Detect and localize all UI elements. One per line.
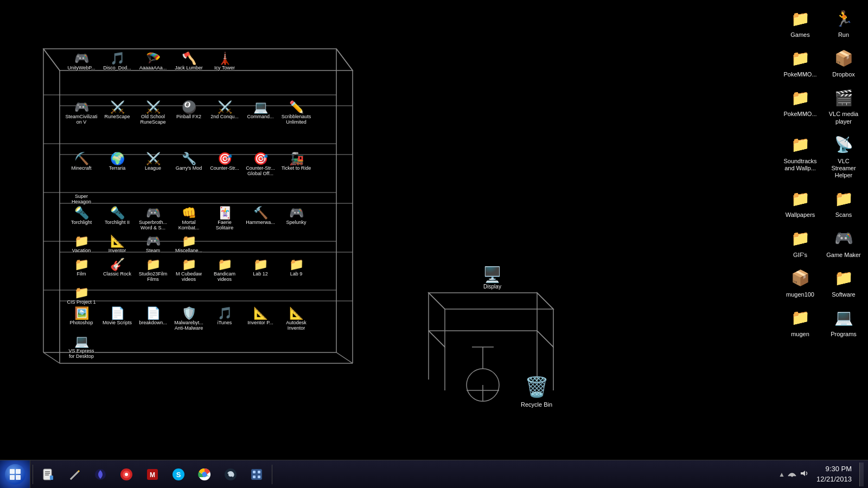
- tray-arrow[interactable]: ▲: [778, 471, 785, 478]
- bookshelf: 🎮 UnityWebP... 🎵 Disco_Dod... 🪂 AaaaaAAa…: [11, 16, 369, 385]
- shelf-icon-bandicam[interactable]: 📁 Bandicam videos: [208, 258, 241, 282]
- tray-network[interactable]: [787, 468, 797, 480]
- desktop-icon-games[interactable]: 📁 Games: [781, 5, 819, 40]
- shelf-icon-autodesk[interactable]: 📐 Autodesk Inventor: [280, 306, 312, 331]
- taskbar-chrome[interactable]: [193, 463, 216, 486]
- soundtracks-icon: 📁: [788, 133, 812, 157]
- shelf-icon-terraria[interactable]: 🌍 Terraria: [101, 152, 133, 177]
- show-desktop-button[interactable]: [859, 463, 864, 486]
- shelf-icon-steam-civ[interactable]: 🎮 SteamCivilization V: [65, 100, 98, 125]
- taskbar-pen[interactable]: [62, 463, 86, 486]
- shelf-icon-steam2[interactable]: 🎮 Steam: [137, 234, 169, 254]
- shelf-icon-superhex[interactable]: ⬡ Super Hexagon: [65, 180, 98, 205]
- shelf-icon-unityweb[interactable]: 🎮 UnityWebP...: [65, 52, 98, 71]
- tray-volume[interactable]: [799, 468, 809, 480]
- shelf-icon-classicrock[interactable]: 🎸 Classic Rock: [101, 258, 133, 282]
- start-orb: [5, 464, 25, 485]
- dropbox-icon: 📦: [832, 46, 856, 70]
- desktop-icon-vlcstreamer[interactable]: 📡 VLC Streamer Helper: [825, 132, 863, 181]
- shelf-icon-inventor2[interactable]: 📐 Inventor P...: [244, 306, 277, 331]
- desk-display-icon[interactable]: 🖥️ Display: [483, 266, 502, 290]
- shelf-icon-spelunky[interactable]: 🎮 Spelunky: [280, 206, 312, 231]
- desktop-icon-scans[interactable]: 📁 Scans: [825, 185, 863, 220]
- shelf-icon-league[interactable]: ⚔️ League: [137, 152, 169, 177]
- shelf-icon-itunes[interactable]: 🎵 iTunes: [208, 306, 241, 331]
- taskbar-skype[interactable]: S: [167, 463, 190, 486]
- shelf-icon-misc[interactable]: 📁 Miscellane...: [173, 234, 205, 254]
- taskbar-notepad[interactable]: [36, 463, 60, 486]
- shelf-icon-faerie[interactable]: 🃏 Faerie Solitaire: [208, 206, 241, 231]
- shelf-icon-torch2[interactable]: 🔦 Torchlight II: [101, 206, 133, 231]
- desktop-icon-mugen100[interactable]: 📦 mugen100: [781, 265, 819, 299]
- taskbar-corel[interactable]: [88, 463, 112, 486]
- shelf-icon-superbro[interactable]: 🎮 Superbroth... Word & S...: [137, 206, 169, 231]
- shelf-icon-breakdown[interactable]: 📄 breakdown...: [137, 306, 169, 331]
- shelf-icon-mk[interactable]: 👊 Mortal Kombat...: [173, 206, 205, 231]
- pokemmo2-icon: 📁: [788, 86, 812, 110]
- desktop-icon-run[interactable]: 🏃 Run: [825, 5, 863, 40]
- shelf-icon-photoshop[interactable]: 🖼️ Photoshop: [65, 306, 98, 331]
- svg-text:S: S: [176, 471, 181, 479]
- shelf-icon-torch1[interactable]: 🔦 Torchlight: [65, 206, 98, 231]
- shelf-icon-icy[interactable]: 🗼 Icy Tower: [208, 52, 241, 71]
- desktop-icon-mugen[interactable]: 📁 mugen: [781, 305, 819, 339]
- desktop-icon-pokemmo2[interactable]: 📁 PokeMMO...: [781, 85, 819, 126]
- shelf-icon-lab9[interactable]: 📁 Lab 9: [280, 258, 312, 282]
- svg-point-63: [791, 476, 793, 477]
- shelf-icon-pinball[interactable]: 🎱 Pinball FX2: [173, 100, 205, 125]
- programs-icon: 💻: [832, 306, 856, 330]
- shelf-icon-film[interactable]: 📁 Film: [65, 258, 98, 282]
- svg-marker-21: [429, 293, 553, 309]
- shelf-icon-hammer[interactable]: 🔨 Hammerwa...: [244, 206, 277, 231]
- shelf-icon-inventor[interactable]: 📐 Inventor: [101, 234, 133, 254]
- shelf-icon-minecraft[interactable]: ⛏️ Minecraft: [65, 152, 98, 177]
- desktop-icon-programs[interactable]: 💻 Programs: [825, 305, 863, 339]
- recycle-bin[interactable]: 🗑️ Recycle Bin: [521, 374, 552, 408]
- svg-marker-64: [801, 471, 805, 476]
- shelf-icon-studio23[interactable]: 📁 Studio23Film Films: [137, 258, 169, 282]
- icon-row-3: 📁 PokeMMO... 🎬 VLC media player: [781, 85, 863, 126]
- desktop-icon-wallpapers[interactable]: 📁 Wallpapers: [781, 185, 819, 220]
- desktop-icon-dropbox[interactable]: 📦 Dropbox: [825, 45, 863, 79]
- shelf-icon-aaaa[interactable]: 🪂 AaaaaAAa...: [137, 52, 169, 71]
- clock-area[interactable]: 9:30 PM 12/21/2013: [812, 464, 856, 484]
- shelf-icon-cs[interactable]: 🎯 Counter-Str...: [208, 152, 241, 177]
- svg-point-55: [202, 472, 207, 477]
- desktop-icon-pokemmo1[interactable]: 📁 PokeMMO...: [781, 45, 819, 79]
- taskbar-divider-1: [33, 465, 33, 484]
- shelf-icon-ticket[interactable]: 🚂 Ticket to Ride: [280, 152, 312, 177]
- shelf-icon-oldschool[interactable]: ⚔️ Old School RuneScape: [137, 100, 169, 125]
- desktop-icon-gifs[interactable]: 📁 GIF's: [781, 226, 819, 260]
- software-icon: 📁: [832, 266, 856, 290]
- taskbar-unknown[interactable]: M: [141, 463, 164, 486]
- shelf-icon-2nd[interactable]: ⚔️ 2nd Conqu...: [208, 100, 241, 125]
- taskbar-app2[interactable]: [245, 463, 269, 486]
- desktop-icon-gamemaker[interactable]: 🎮 Game Maker: [825, 226, 863, 260]
- desktop-icon-soundtracks[interactable]: 📁 Soundtracks and Wallp...: [781, 132, 819, 181]
- start-button[interactable]: [0, 460, 30, 489]
- shelf-icon-vsexpress[interactable]: 💻 VS Express for Desktop: [65, 335, 98, 359]
- shelf-icon-scribble[interactable]: ✏️ Scribblenauts Unlimited: [280, 100, 312, 125]
- shelf-icon-malware[interactable]: 🛡️ Malwarebyt... Anti-Malware: [173, 306, 205, 331]
- clock-date: 12/21/2013: [816, 474, 852, 484]
- shelf-icon-cisproject[interactable]: 📁 CIS Project 1: [65, 286, 98, 305]
- shelf-icon-csgo[interactable]: 🎯 Counter-Str... Global Off...: [244, 152, 277, 177]
- taskbar-steam[interactable]: [219, 463, 242, 486]
- shelf-icon-jack[interactable]: 🪓 Jack Lumber: [173, 52, 205, 71]
- svg-rect-59: [253, 471, 256, 473]
- mugen-icon: 📁: [788, 306, 812, 330]
- desktop-icon-software[interactable]: 📁 Software: [825, 265, 863, 299]
- svg-rect-39: [16, 475, 21, 480]
- svg-line-25: [537, 331, 553, 347]
- shelf-icon-mcubedaw[interactable]: 📁 M Cubedaw videos: [173, 258, 205, 282]
- taskbar-antimalware[interactable]: [114, 463, 138, 486]
- shelf-icon-command[interactable]: 💻 Command...: [244, 100, 277, 125]
- shelf-icon-garrys[interactable]: 🔧 Garry's Mod: [173, 152, 205, 177]
- system-tray: ▲: [778, 468, 809, 480]
- shelf-icon-runescape[interactable]: ⚔️ RuneScape: [101, 100, 133, 125]
- shelf-icon-vacation[interactable]: 📁 Vacation: [65, 234, 98, 254]
- shelf-icon-moviescripts[interactable]: 📄 Movie Scripts: [101, 306, 133, 331]
- shelf-icon-lab12[interactable]: 📁 Lab 12: [244, 258, 277, 282]
- desktop-icon-vlc[interactable]: 🎬 VLC media player: [825, 85, 863, 126]
- shelf-icon-disco[interactable]: 🎵 Disco_Dod...: [101, 52, 133, 71]
